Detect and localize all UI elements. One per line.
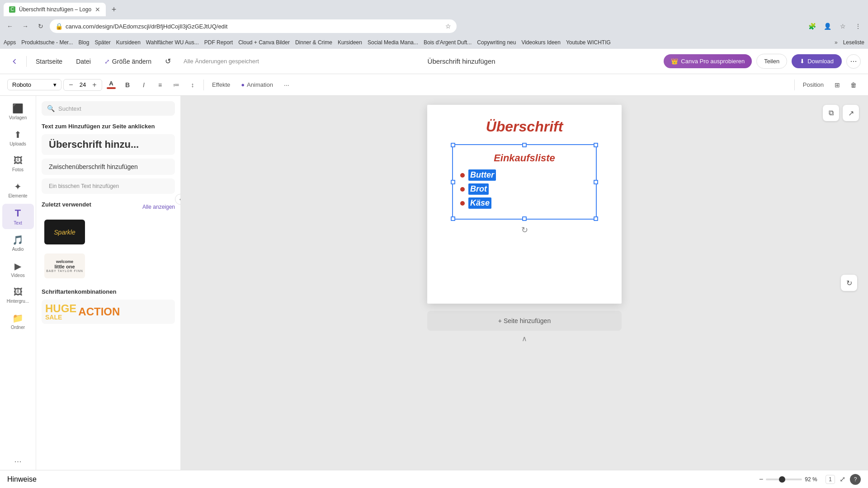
sidebar-more-button[interactable]: ··· (14, 456, 22, 466)
search-input[interactable] (58, 105, 170, 112)
resize-handle-middle-right[interactable] (594, 180, 598, 184)
bookmarks-more[interactable]: » (835, 39, 838, 46)
groesse-button[interactable]: ⤢ Größe ändern (100, 55, 156, 68)
bookmark-apps[interactable]: Apps (4, 39, 16, 46)
effects-button[interactable]: Effekte (208, 79, 235, 91)
reload-button[interactable]: ↻ (34, 20, 47, 33)
sparkle-combo[interactable]: Sparkle (42, 217, 175, 247)
new-tab-button[interactable]: + (108, 3, 120, 16)
profile-button[interactable]: 👤 (821, 20, 834, 33)
text-box-selected[interactable]: Einkaufsliste Butter Brot Käse (452, 144, 597, 220)
spacing-button[interactable]: ↕ (185, 78, 200, 92)
back-button[interactable]: ← (4, 20, 16, 33)
body-text-button[interactable]: Ein bisschen Text hinzufügen (42, 178, 175, 194)
address-bar[interactable]: 🔒 canva.com/design/DAEdomzscjl/drBfjHdCo… (50, 19, 457, 33)
text-color-button[interactable]: A (104, 78, 118, 92)
sidebar-item-vorlagen[interactable]: ⬛ Vorlagen (2, 99, 34, 124)
more-format-button[interactable]: ··· (279, 78, 294, 92)
grid-button[interactable]: ⊞ (830, 78, 844, 92)
bookmark-button[interactable]: ☆ (836, 20, 849, 33)
canvas-copy-button[interactable]: ⧉ (823, 105, 839, 121)
resize-handle-middle-left[interactable] (451, 180, 455, 184)
bookmark-videokurs[interactable]: Videokurs Ideen (521, 39, 561, 46)
add-page-label: + Seite hinzufügen (498, 317, 551, 324)
canvas-export-button[interactable]: ↗ (843, 105, 859, 121)
sidebar-item-elemente[interactable]: ✦ Elemente (2, 178, 34, 202)
star-icon[interactable]: ☆ (445, 23, 451, 30)
reading-list[interactable]: Leseliste (843, 39, 864, 46)
headline-button[interactable]: Überschrift hinzu... (42, 134, 175, 155)
huge-sale-combo[interactable]: HUGE SALE ACTION (42, 300, 175, 324)
bookmark-socialmedia[interactable]: Social Media Mana... (368, 39, 418, 46)
add-page-button[interactable]: + Seite hinzufügen (427, 311, 622, 331)
grid-icon: ⊞ (835, 81, 840, 89)
italic-button[interactable]: I (137, 78, 151, 92)
page-indicator: 1 (826, 475, 835, 484)
align-button[interactable]: ≡ (153, 78, 167, 92)
sidebar-item-hintergrund[interactable]: 🖼 Hintergru... (2, 283, 34, 307)
bookmark-blog[interactable]: Blog (78, 39, 89, 46)
canvas-page[interactable]: Überschrift Einkaufsliste But (427, 105, 622, 304)
zoom-out-icon[interactable]: − (759, 475, 763, 483)
resize-handle-bottom-left[interactable] (451, 216, 455, 221)
startseite-button[interactable]: Startseite (31, 55, 67, 68)
resize-handle-top-right[interactable] (594, 143, 598, 147)
font-name-text: Roboto (12, 81, 31, 88)
show-all-button[interactable]: Alle anzeigen (142, 204, 175, 210)
effects-label: Effekte (212, 81, 230, 88)
sidebar-item-text[interactable]: T Text (2, 204, 34, 229)
position-button[interactable]: Position (798, 79, 828, 91)
panel-bottom-collapse[interactable]: ∧ (522, 334, 527, 343)
tab-close-button[interactable]: ✕ (95, 6, 100, 13)
animation-button[interactable]: ● Animation (236, 79, 278, 91)
subheadline-button[interactable]: Zwischenüberschrift hinzufügen (42, 159, 175, 175)
font-selector[interactable]: Roboto ▾ (7, 79, 61, 90)
delete-element-button[interactable]: 🗑 (846, 78, 861, 92)
sidebar-item-uploads[interactable]: ⬆ Uploads (2, 126, 34, 150)
share-button[interactable]: Teilen (756, 54, 787, 69)
bookmark-copywriting[interactable]: Copywriting neu (477, 39, 516, 46)
sidebar-item-audio[interactable]: 🎵 Audio (2, 231, 34, 255)
zoom-slider[interactable] (766, 479, 802, 480)
canvas-refresh-button[interactable]: ↻ (841, 275, 857, 291)
search-box[interactable]: 🔍 (42, 101, 175, 116)
bookmark-cloud[interactable]: Cloud + Canva Bilder (238, 39, 290, 46)
increase-font-size-button[interactable]: + (90, 80, 99, 89)
resize-handle-top-middle[interactable] (522, 143, 527, 147)
bookmark-pdf[interactable]: PDF Report (204, 39, 233, 46)
fullscreen-button[interactable]: ⤢ (840, 475, 845, 483)
bold-label: B (125, 81, 130, 89)
decrease-font-size-button[interactable]: − (66, 80, 75, 89)
bookmark-produktsuche[interactable]: Produktsuche - Mer... (21, 39, 73, 46)
forward-button[interactable]: → (19, 20, 32, 33)
videos-icon: ▶ (14, 261, 21, 272)
resize-handle-top-left[interactable] (451, 143, 455, 147)
sidebar-item-fotos[interactable]: 🖼 Fotos (2, 152, 34, 176)
resize-handle-bottom-right[interactable] (594, 216, 598, 221)
baby-combo[interactable]: welcome little one BABY TAYLOR FINN (42, 251, 175, 281)
bold-button[interactable]: B (120, 78, 135, 92)
shopping-item-3: Käse (468, 197, 491, 209)
home-button[interactable] (7, 54, 22, 69)
bookmark-dinner[interactable]: Dinner & Crime (295, 39, 332, 46)
bookmark-kursideen[interactable]: Kursideen (116, 39, 141, 46)
rotate-handle[interactable]: ↻ (521, 225, 528, 235)
bookmark-bois[interactable]: Bois d'Argent Duft... (424, 39, 472, 46)
browser-tab[interactable]: C Überschrift hinzufügen – Logo ✕ (4, 3, 106, 16)
bookmark-spaeter[interactable]: Später (94, 39, 110, 46)
sidebar-item-videos[interactable]: ▶ Videos (2, 257, 34, 282)
help-button[interactable]: ? (850, 474, 861, 485)
undo-button[interactable]: ↺ (160, 54, 175, 68)
bookmark-kursideen2[interactable]: Kursideen (338, 39, 362, 46)
datei-button[interactable]: Datei (71, 55, 95, 68)
sidebar-item-ordner[interactable]: 📁 Ordner (2, 309, 34, 333)
extensions-button[interactable]: 🧩 (806, 20, 818, 33)
more-options-button[interactable]: ··· (846, 54, 861, 69)
download-button[interactable]: ⬇ Download (792, 54, 842, 68)
settings-button[interactable]: ⋮ (852, 20, 864, 33)
bookmark-wahlfaecher[interactable]: Wahlfächer WU Aus... (146, 39, 199, 46)
bookmark-youtube[interactable]: Youtube WICHTIG (566, 39, 611, 46)
resize-handle-bottom-middle[interactable] (522, 216, 527, 221)
canva-pro-button[interactable]: 👑 Canva Pro ausprobieren (664, 54, 752, 68)
list-button[interactable]: ≔ (169, 78, 184, 92)
